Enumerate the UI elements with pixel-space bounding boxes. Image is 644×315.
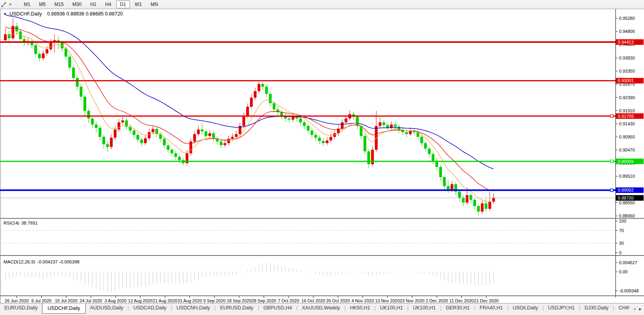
timeframe-button-m30[interactable]: M30 — [69, 0, 86, 8]
crosshair-tool-icon[interactable] — [0, 2, 8, 8]
rsi-axis-label: 70 — [619, 228, 624, 233]
horizontal-line-0.93001[interactable]: 0.93001 — [0, 78, 644, 83]
x-axis-label: 24 Jul 2020 — [80, 298, 102, 303]
chart-title: ▼ USDCHF,Daily 0.88936 0.88936 0.88685 0… — [3, 11, 123, 17]
x-axis-label: 15 Jul 2020 — [55, 298, 77, 303]
line-price-tag: 0.91709 — [618, 114, 634, 119]
rsi-line — [6, 229, 494, 248]
rsi-axis-label: 30 — [619, 241, 624, 246]
current-price-tag: 0.88720 — [618, 196, 634, 200]
y-axis-label: 0.90470 — [619, 148, 635, 152]
x-axis-label: 21 Dec 2020 — [474, 298, 499, 303]
rsi-axis-label: 100 — [619, 219, 626, 223]
x-axis-label: 16 Oct 2020 — [302, 298, 325, 303]
chart-tab-audusd-daily[interactable]: AUDUSD,Daily — [86, 303, 128, 312]
y-axis-label: 0.92390 — [619, 95, 635, 100]
rsi-pane-label: RSI(14)38.7651 — [4, 221, 38, 225]
chart-window: 0.952800.948000.943200.938300.933500.928… — [0, 9, 644, 303]
macd-signal-line — [6, 266, 494, 289]
horizontal-line-0.90055[interactable]: 0.90055 — [0, 159, 644, 164]
line-price-tag: 0.90055 — [618, 159, 634, 164]
chart-tab-uk100-h1[interactable]: UK100,H1 — [376, 303, 407, 312]
chart-tab-uk100-h1[interactable]: UK100,H1 — [409, 303, 440, 312]
x-axis-label: 13 Nov 2020 — [375, 298, 399, 303]
line-drag-handle — [610, 189, 613, 192]
timeframe-button-h4[interactable]: H4 — [101, 0, 115, 8]
symbol-dropdown-icon[interactable]: ▼ — [3, 12, 7, 16]
y-axis-label: 0.93350 — [619, 69, 635, 73]
x-axis-label: 11 Dec 2020 — [449, 298, 474, 303]
y-axis-label: 0.95280 — [619, 16, 635, 21]
rsi-axis-label: 0 — [619, 250, 621, 255]
timeframe-button-mn[interactable]: MN — [147, 0, 162, 8]
timeframe-button-m15[interactable]: M15 — [50, 0, 67, 8]
y-axis-label: 0.88060 — [619, 213, 635, 218]
horizontal-line-0.94413[interactable]: 0.94413 — [0, 39, 644, 45]
x-axis-label: 28 Sep 2020 — [252, 298, 276, 303]
tab-scroll-arrows: ◄ ► — [629, 303, 644, 315]
ma-slow-line — [6, 15, 494, 169]
y-axis-label: 0.90950 — [619, 134, 635, 139]
macd-indicator-values: -0.004237 -0.005398 — [37, 259, 80, 264]
macd-pane-label: MACD(12,26,9)-0.004237 -0.005398 — [4, 259, 80, 264]
chart-tab-fra40-h1[interactable]: FRA40,H1 — [475, 303, 507, 312]
macd-indicator-name: MACD(12,26,9) — [4, 259, 35, 264]
timeframe-button-d1[interactable]: D1 — [116, 0, 130, 8]
chart-tab-dj30-daily[interactable]: DJ30,Daily — [580, 303, 613, 312]
x-axis-label: 18 Sep 2020 — [227, 298, 251, 303]
x-axis-label: 26 Jun 2020 — [5, 298, 29, 303]
y-axis-label: 0.91430 — [619, 121, 635, 126]
ma-mid-line — [6, 27, 494, 191]
x-axis-label: 12 Aug 2020 — [128, 298, 153, 303]
chart-tab-usdchf-daily[interactable]: USDCHF,Daily — [42, 303, 86, 314]
chart-tab-xauusd-weekly[interactable]: XAUUSD,Weekly — [298, 303, 344, 312]
toolbar-grip-handle[interactable] — [15, 1, 17, 8]
line-price-tag: 0.94413 — [618, 40, 634, 44]
y-axis-label: 0.89510 — [619, 174, 635, 179]
x-axis-label: 26 Oct 2020 — [326, 298, 350, 303]
x-axis-label: 21 Aug 2020 — [153, 298, 177, 303]
chart-tabs-bar: EURUSD,DailyUSDCHF,DailyAUDUSD,Daily|USD… — [0, 303, 644, 315]
line-price-tag: 0.89002 — [618, 188, 634, 192]
x-axis-label: 4 Nov 2020 — [352, 298, 374, 303]
horizontal-line-0.89002[interactable]: 0.89002 — [0, 187, 644, 193]
rsi-indicator-name: RSI(14) — [4, 221, 19, 225]
timeframe-toolbar: ▼ M1M5M15M30H1H4D1W1MN — [0, 0, 644, 9]
x-axis-label: 31 Aug 2020 — [178, 298, 202, 303]
tab-scroll-left-icon[interactable]: ◄ — [633, 307, 636, 311]
x-axis-label: 23 Nov 2020 — [400, 298, 424, 303]
timeframe-button-h1[interactable]: H1 — [86, 0, 100, 8]
tool-dropdown-icon[interactable]: ▼ — [8, 3, 14, 6]
current-price-line: 0.88720 — [0, 195, 644, 201]
y-axis-label: 0.93830 — [619, 56, 635, 60]
horizontal-line-0.91709[interactable]: 0.91709 — [0, 113, 644, 119]
timeframe-button-m1[interactable]: M1 — [20, 0, 34, 8]
chart-tab-usdcnh-daily[interactable]: USDCNH,Daily — [172, 303, 214, 312]
macd-axis-label: -0.009348 — [619, 288, 639, 293]
candles-layer — [4, 18, 495, 216]
chart-tab-hk50-h1[interactable]: HK50,H1 — [346, 303, 375, 312]
time-axis[interactable]: 26 Jun 20206 Jul 202015 Jul 202024 Jul 2… — [5, 296, 499, 303]
timeframe-button-m5[interactable]: M5 — [35, 0, 50, 8]
x-axis-label: 6 Jul 2020 — [31, 298, 52, 303]
chart-tab-usoil-daily[interactable]: USOil,Daily — [508, 303, 543, 312]
ma-fast-line — [6, 33, 494, 202]
x-axis-label: 3 Aug 2020 — [105, 298, 127, 303]
chart-tab-ger30-h1[interactable]: GER30,H1 — [441, 303, 474, 312]
line-drag-handle — [610, 160, 613, 163]
line-price-tag: 0.93001 — [618, 78, 634, 83]
chart-tab-eurusd-daily[interactable]: EURUSD,Daily — [0, 303, 42, 312]
chart-tab-eurusd-daily[interactable]: EURUSD,Daily — [216, 303, 258, 312]
y-axis-label: 0.91910 — [619, 108, 635, 113]
rsi-indicator-value: 38.7651 — [21, 221, 38, 225]
chart-tab-usdcad-daily[interactable]: USDCAD,Daily — [129, 303, 171, 312]
y-axis-label: 0.94800 — [619, 29, 635, 34]
timeframe-button-w1[interactable]: W1 — [131, 0, 146, 8]
y-axis-label: 0.88550 — [619, 200, 635, 205]
macd-axis-label: 0.00 — [619, 269, 627, 274]
chart-tab-usdjpy-h1[interactable]: USDJPY,H1 — [544, 303, 579, 312]
x-axis-label: 9 Sep 2020 — [203, 298, 225, 303]
line-drag-handle — [610, 115, 613, 117]
chart-tab-gbpusd-h4[interactable]: GBPUSD,H4 — [259, 303, 296, 312]
tab-scroll-right-icon[interactable]: ► — [638, 307, 642, 311]
